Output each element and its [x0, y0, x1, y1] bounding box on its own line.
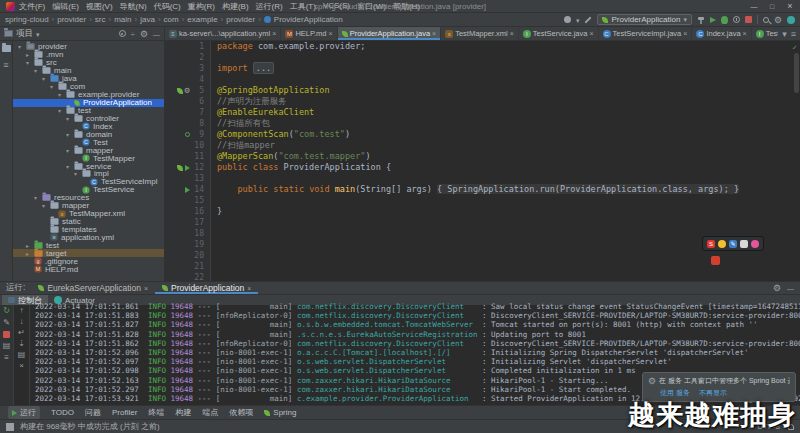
ime-pen-icon[interactable]	[729, 240, 737, 248]
editor-tab[interactable]: TestServiceImpl.java	[599, 27, 693, 40]
up-stack-icon[interactable]: ↑	[20, 307, 24, 315]
tree-chevron-icon[interactable]: ▾	[32, 194, 39, 201]
run-settings-icon[interactable]	[773, 283, 781, 293]
rerun-icon[interactable]: ↻	[3, 307, 10, 315]
tree-chevron-icon[interactable]: ▾	[64, 147, 71, 154]
breadcrumb-item[interactable]: ProviderApplication	[274, 15, 343, 24]
stop-process-icon[interactable]	[3, 331, 10, 338]
tab-close-icon[interactable]	[683, 29, 687, 38]
tab-close-icon[interactable]	[144, 283, 148, 293]
ime-skin-icon[interactable]	[718, 240, 726, 248]
breadcrumb-item[interactable]: java	[140, 15, 155, 24]
tree-item[interactable]: ▾domain	[13, 130, 164, 138]
breadcrumb-item[interactable]: spring-cloud	[5, 15, 49, 24]
menu-item[interactable]: VCS(S)	[323, 1, 350, 12]
run-icon[interactable]	[710, 17, 716, 23]
menu-item[interactable]: 导航(N)	[120, 1, 147, 12]
tab-close-icon[interactable]	[272, 29, 276, 38]
tree-chevron-icon[interactable]: ▸	[24, 242, 31, 249]
menu-item[interactable]: 文件(F)	[19, 1, 45, 12]
toolwindow-button[interactable]: 运行	[8, 406, 40, 419]
structure-toolwindow-icon[interactable]	[3, 60, 8, 70]
tab-close-icon[interactable]	[247, 283, 251, 293]
tree-chevron-icon[interactable]: ▾	[64, 131, 71, 138]
toolwindow-button[interactable]: Spring	[264, 408, 296, 417]
run-configuration-select[interactable]: ProviderApplication	[597, 14, 691, 25]
tree-chevron-icon[interactable]: ▾	[56, 107, 63, 114]
clear-console-icon[interactable]: ×	[19, 362, 24, 370]
profiler-icon[interactable]	[733, 16, 740, 23]
tree-chevron-icon[interactable]: ▾	[64, 163, 71, 170]
tab-close-icon[interactable]	[432, 29, 436, 38]
down-stack-icon[interactable]: ↓	[20, 318, 24, 326]
menu-item[interactable]: 代码(C)	[154, 1, 181, 12]
tree-item[interactable]: ▾main	[13, 67, 164, 75]
tree-chevron-icon[interactable]: ▾	[40, 75, 47, 82]
dump-threads-icon[interactable]: ≡	[4, 354, 9, 362]
breadcrumb-item[interactable]: main	[114, 15, 131, 24]
menu-item[interactable]: 运行(R)	[256, 1, 283, 12]
panel-settings-icon[interactable]	[140, 29, 148, 39]
soft-wrap-icon[interactable]: ↵	[18, 329, 25, 337]
hide-run-panel-icon[interactable]	[787, 283, 794, 293]
tree-item[interactable]: ▾java	[13, 75, 164, 83]
minimize-icon[interactable]	[746, 1, 762, 12]
tree-chevron-icon[interactable]: ▸	[24, 250, 31, 257]
editor-tab[interactable]: HELP.md	[281, 27, 337, 40]
tree-item[interactable]: TestServiceImpl	[13, 178, 164, 186]
toolwindow-button[interactable]: TODO	[51, 408, 74, 417]
tree-item[interactable]: TestMapper.xml	[13, 210, 164, 218]
toolwindow-button[interactable]: 构建	[175, 407, 191, 418]
collapse-all-icon[interactable]	[131, 29, 135, 39]
tab-close-icon[interactable]	[510, 29, 514, 38]
user-chevron-icon[interactable]	[576, 15, 580, 25]
toolwindow-button[interactable]: 端点	[202, 407, 218, 418]
build-icon[interactable]	[697, 16, 705, 24]
tree-chevron-icon[interactable]: ▾	[64, 115, 71, 122]
tab-close-icon[interactable]	[329, 29, 333, 38]
editor-tab[interactable]: ka-server\...\application.yml	[165, 27, 281, 40]
tree-item[interactable]: HELP.md	[13, 265, 164, 273]
scroll-to-end-icon[interactable]: ⇣	[18, 340, 25, 348]
project-panel-header[interactable]: 项目	[0, 27, 165, 40]
ime-keyboard-icon[interactable]	[740, 240, 748, 248]
menu-item[interactable]: 工具(T)	[290, 1, 316, 12]
tree-item[interactable]: ▾src	[13, 59, 164, 67]
tree-chevron-icon[interactable]: ▾	[48, 83, 55, 90]
editor-tab[interactable]: Index.java	[692, 27, 751, 40]
breadcrumb-item[interactable]: provider	[57, 15, 86, 24]
tree-item[interactable]: ▾service	[13, 162, 164, 170]
menu-item[interactable]: 重构(R)	[188, 1, 215, 12]
locate-file-icon[interactable]	[119, 30, 126, 37]
spring-bean-icon[interactable]	[185, 132, 190, 137]
user-icon[interactable]	[564, 16, 571, 23]
menu-item[interactable]: 编辑(E)	[52, 1, 79, 12]
code-with-me-icon[interactable]	[787, 16, 795, 24]
tree-chevron-icon[interactable]: ▾	[32, 67, 39, 74]
ime-logo-icon[interactable]	[707, 240, 715, 248]
editor-tab[interactable]: TestMapper.xml	[441, 27, 519, 40]
debug-icon[interactable]	[721, 16, 728, 24]
tab-menu-icon[interactable]	[791, 29, 796, 39]
tree-chevron-icon[interactable]: ▾	[72, 170, 79, 177]
run-tab[interactable]: ProviderApplication	[155, 282, 258, 294]
ime-settings-icon[interactable]	[751, 240, 759, 248]
maximize-icon[interactable]	[764, 1, 780, 12]
tree-item[interactable]: .gitignore	[13, 257, 164, 265]
stop-icon[interactable]	[745, 16, 752, 23]
spring-leaf-icon[interactable]	[177, 165, 183, 171]
toolwindow-switcher-icon[interactable]	[6, 423, 14, 431]
toolwindow-button[interactable]: 问题	[85, 407, 101, 418]
tab-close-icon[interactable]	[589, 29, 593, 38]
tree-item[interactable]: ▾mapper	[13, 146, 164, 154]
menu-item[interactable]: 窗口(W)	[357, 1, 386, 12]
tree-chevron-icon[interactable]: ▾	[40, 202, 47, 209]
edit-configuration-icon[interactable]: ✎	[3, 319, 10, 327]
restart-icon[interactable]: ▤	[3, 342, 11, 350]
print-icon[interactable]: ▤	[18, 351, 26, 359]
settings-gear-icon[interactable]	[774, 15, 782, 25]
tree-item[interactable]: ▸target	[13, 249, 164, 257]
toolwindow-button[interactable]: Profiler	[112, 408, 137, 417]
menu-item[interactable]: 构建(B)	[222, 1, 249, 12]
editor-tab[interactable]: TestMapper.java	[752, 27, 779, 40]
